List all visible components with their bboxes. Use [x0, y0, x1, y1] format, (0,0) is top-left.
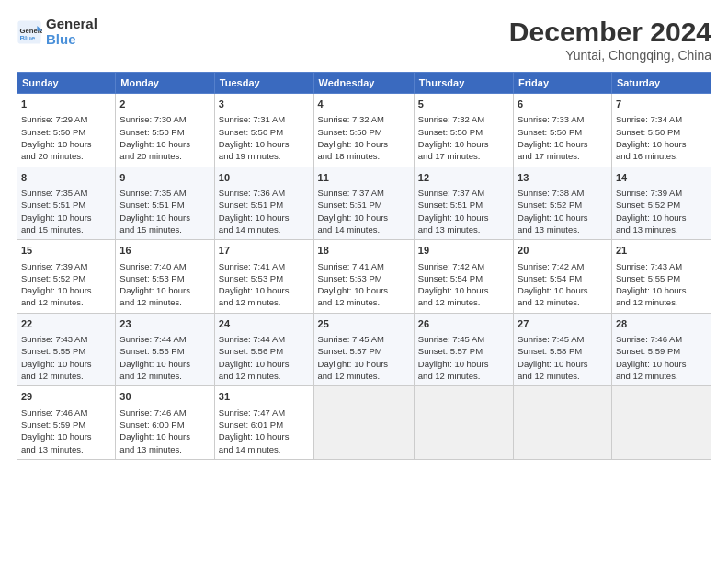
sunset-label: Sunset: 5:53 PM [219, 273, 283, 283]
daylight-label: Daylight: 10 hoursand 13 minutes. [119, 431, 190, 454]
sunset-label: Sunset: 5:53 PM [318, 273, 382, 283]
calendar-cell: 31Sunrise: 7:47 AMSunset: 6:01 PMDayligh… [214, 386, 313, 460]
calendar-cell: 27Sunrise: 7:45 AMSunset: 5:58 PMDayligh… [514, 313, 612, 386]
calendar-cell: 6Sunrise: 7:33 AMSunset: 5:50 PMDaylight… [514, 94, 612, 167]
col-thursday: Thursday [414, 73, 513, 94]
sunrise-label: Sunrise: 7:46 AM [616, 334, 682, 344]
sunrise-label: Sunrise: 7:37 AM [418, 188, 484, 198]
sunrise-label: Sunrise: 7:32 AM [418, 114, 484, 124]
sunrise-label: Sunrise: 7:46 AM [119, 408, 186, 418]
sunrise-label: Sunrise: 7:45 AM [418, 334, 484, 344]
sunrise-label: Sunrise: 7:42 AM [418, 261, 484, 271]
day-number: 14 [616, 171, 707, 185]
calendar-cell [611, 386, 711, 460]
day-number: 31 [219, 390, 310, 404]
sunrise-label: Sunrise: 7:36 AM [219, 188, 285, 198]
sunrise-label: Sunrise: 7:41 AM [219, 261, 285, 271]
calendar-cell: 26Sunrise: 7:45 AMSunset: 5:57 PMDayligh… [414, 313, 513, 386]
day-number: 1 [21, 98, 111, 111]
col-monday: Monday [116, 73, 215, 94]
svg-text:Blue: Blue [20, 34, 36, 42]
day-number: 19 [418, 244, 509, 258]
calendar-cell: 19Sunrise: 7:42 AMSunset: 5:54 PMDayligh… [414, 240, 513, 314]
calendar-cell: 13Sunrise: 7:38 AMSunset: 5:52 PMDayligh… [514, 167, 612, 240]
daylight-label: Daylight: 10 hoursand 12 minutes. [418, 285, 489, 307]
calendar-cell: 5Sunrise: 7:32 AMSunset: 5:50 PMDaylight… [414, 94, 513, 167]
sunset-label: Sunset: 5:57 PM [418, 346, 483, 356]
sunrise-label: Sunrise: 7:42 AM [518, 261, 584, 271]
daylight-label: Daylight: 10 hoursand 13 minutes. [418, 213, 489, 235]
sunrise-label: Sunrise: 7:43 AM [21, 334, 87, 344]
day-number: 13 [518, 171, 608, 185]
calendar-cell: 17Sunrise: 7:41 AMSunset: 5:53 PMDayligh… [214, 240, 313, 314]
day-number: 3 [219, 98, 310, 111]
logo-general: General [46, 17, 97, 32]
daylight-label: Daylight: 10 hoursand 13 minutes. [518, 213, 588, 235]
day-number: 24 [219, 317, 310, 331]
day-number: 2 [119, 98, 210, 111]
logo-blue: Blue [46, 32, 97, 48]
sunrise-label: Sunrise: 7:34 AM [616, 114, 682, 124]
daylight-label: Daylight: 10 hoursand 16 minutes. [616, 139, 687, 161]
day-number: 17 [219, 244, 310, 258]
sunset-label: Sunset: 5:51 PM [219, 200, 283, 210]
sunset-label: Sunset: 5:51 PM [318, 200, 382, 210]
calendar-cell: 28Sunrise: 7:46 AMSunset: 5:59 PMDayligh… [611, 313, 711, 386]
calendar-cell: 4Sunrise: 7:32 AMSunset: 5:50 PMDaylight… [313, 94, 414, 167]
calendar-cell [414, 386, 513, 460]
logo-text-block: General Blue [46, 17, 97, 47]
calendar-row: 1Sunrise: 7:29 AMSunset: 5:50 PMDaylight… [17, 94, 711, 167]
daylight-label: Daylight: 10 hoursand 12 minutes. [518, 285, 588, 307]
daylight-label: Daylight: 10 hoursand 13 minutes. [616, 213, 687, 235]
calendar-cell: 8Sunrise: 7:35 AMSunset: 5:51 PMDaylight… [17, 167, 116, 240]
sunrise-label: Sunrise: 7:47 AM [219, 408, 285, 418]
day-number: 9 [119, 171, 210, 185]
day-number: 12 [418, 171, 509, 185]
sunrise-label: Sunrise: 7:29 AM [21, 114, 87, 124]
daylight-label: Daylight: 10 hoursand 12 minutes. [616, 359, 687, 381]
calendar-row: 22Sunrise: 7:43 AMSunset: 5:55 PMDayligh… [17, 313, 711, 386]
sunrise-label: Sunrise: 7:30 AM [119, 114, 186, 124]
day-number: 29 [21, 390, 111, 404]
sunrise-label: Sunrise: 7:40 AM [119, 261, 186, 271]
sunrise-label: Sunrise: 7:37 AM [318, 188, 384, 198]
calendar-table: Sunday Monday Tuesday Wednesday Thursday… [17, 72, 711, 460]
sunrise-label: Sunrise: 7:39 AM [616, 188, 682, 198]
day-number: 26 [418, 317, 509, 331]
daylight-label: Daylight: 10 hoursand 12 minutes. [616, 285, 687, 307]
sunset-label: Sunset: 6:00 PM [119, 419, 184, 430]
calendar-cell: 29Sunrise: 7:46 AMSunset: 5:59 PMDayligh… [17, 386, 116, 460]
daylight-label: Daylight: 10 hoursand 12 minutes. [21, 285, 92, 307]
daylight-label: Daylight: 10 hoursand 12 minutes. [219, 285, 290, 307]
daylight-label: Daylight: 10 hoursand 12 minutes. [518, 359, 588, 381]
calendar-cell [514, 386, 612, 460]
calendar-row: 29Sunrise: 7:46 AMSunset: 5:59 PMDayligh… [17, 386, 711, 460]
day-number: 28 [616, 317, 707, 331]
calendar-cell: 25Sunrise: 7:45 AMSunset: 5:57 PMDayligh… [313, 313, 414, 386]
sunrise-label: Sunrise: 7:46 AM [21, 408, 87, 418]
calendar-cell: 10Sunrise: 7:36 AMSunset: 5:51 PMDayligh… [214, 167, 313, 240]
sunset-label: Sunset: 5:58 PM [518, 346, 582, 356]
calendar-cell: 24Sunrise: 7:44 AMSunset: 5:56 PMDayligh… [214, 313, 313, 386]
logo: General Blue General Blue [17, 17, 97, 47]
sunset-label: Sunset: 5:51 PM [21, 200, 85, 210]
calendar-cell: 21Sunrise: 7:43 AMSunset: 5:55 PMDayligh… [611, 240, 711, 314]
daylight-label: Daylight: 10 hoursand 14 minutes. [219, 431, 290, 454]
sunset-label: Sunset: 5:54 PM [418, 273, 483, 283]
sunset-label: Sunset: 5:52 PM [616, 200, 680, 210]
sunrise-label: Sunrise: 7:35 AM [21, 188, 87, 198]
sunrise-label: Sunrise: 7:45 AM [518, 334, 584, 344]
sunset-label: Sunset: 5:50 PM [418, 127, 483, 137]
sunrise-label: Sunrise: 7:44 AM [119, 334, 186, 344]
calendar-row: 8Sunrise: 7:35 AMSunset: 5:51 PMDaylight… [17, 167, 711, 240]
day-number: 6 [518, 98, 608, 111]
sunset-label: Sunset: 5:53 PM [119, 273, 184, 283]
sunrise-label: Sunrise: 7:38 AM [518, 188, 584, 198]
sunset-label: Sunset: 5:50 PM [21, 127, 85, 137]
daylight-label: Daylight: 10 hoursand 20 minutes. [21, 139, 92, 161]
day-number: 30 [119, 390, 210, 404]
title-block: December 2024 Yuntai, Chongqing, China [509, 17, 711, 63]
daylight-label: Daylight: 10 hoursand 12 minutes. [318, 285, 389, 307]
sunset-label: Sunset: 5:56 PM [219, 346, 283, 356]
daylight-label: Daylight: 10 hoursand 12 minutes. [119, 359, 190, 381]
